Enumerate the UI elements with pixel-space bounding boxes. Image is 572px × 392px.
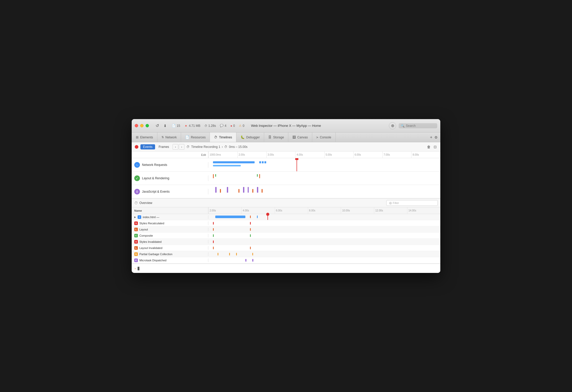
gc-tick-3: [236, 253, 237, 255]
canvas-icon: 🖼: [292, 135, 296, 139]
js-tick-3: [227, 187, 228, 193]
index-bar-1: [250, 216, 251, 218]
close-button[interactable]: [135, 124, 138, 127]
layout-inv-content: [208, 245, 440, 251]
next-arrow[interactable]: ›: [179, 144, 184, 150]
tab-timelines-label: Timelines: [219, 136, 232, 139]
download-button[interactable]: ⬇: [163, 123, 168, 129]
ruler-tick-4: 4.00s: [295, 152, 324, 158]
search-input[interactable]: [406, 124, 434, 128]
mt-tick-1: [245, 259, 246, 262]
nav-tab-actions: + ⚙: [427, 132, 440, 142]
network-row-content: [208, 158, 440, 171]
console-prompt-icon: ›: [134, 267, 136, 270]
timeline-icon: ⏱: [186, 145, 190, 149]
detail-row-styles-invalidated[interactable]: S Styles Invalidated: [132, 239, 440, 245]
maximize-button[interactable]: [146, 124, 149, 127]
empty-area: [132, 263, 440, 264]
prev-arrow[interactable]: ‹: [173, 144, 178, 150]
js-tick-9: [262, 189, 263, 193]
add-tab-button[interactable]: +: [430, 135, 433, 140]
timeline-label-col: Edit: [132, 152, 208, 158]
warning-icon: ⚠: [239, 124, 242, 127]
detail-playhead-dot: [266, 213, 269, 216]
index-bar-2: [257, 216, 258, 218]
styles-inv-name: S Styles Invalidated: [132, 240, 208, 244]
network-requests-label: ↑↓ Network Requests: [132, 162, 208, 168]
tab-debugger[interactable]: 🐛 Debugger: [236, 132, 264, 142]
trash-button[interactable]: 🗑: [426, 144, 431, 149]
detail-row-partial-gc[interactable]: G Partial Garbage Collection: [132, 251, 440, 257]
storage-icon: 🗄: [268, 135, 272, 139]
detail-row-composite[interactable]: C Composite: [132, 233, 440, 239]
tab-elements[interactable]: ⊞ Elements: [132, 132, 157, 142]
overview-icon: ⏱: [134, 201, 138, 205]
console-cursor: [138, 267, 139, 270]
js-events-label: {} JavaScript & Events: [132, 189, 208, 194]
time-stat: ⏱ 1.28s: [204, 124, 216, 128]
minimize-button[interactable]: [140, 124, 144, 127]
warnings-stat: ⚠ 0: [239, 124, 244, 128]
tab-console-label: Console: [320, 136, 331, 139]
size-icon: 🔺: [184, 124, 188, 127]
settings-button[interactable]: ⚙: [434, 135, 438, 140]
files-icon: 📄: [172, 124, 176, 128]
net-dot-3: [264, 161, 266, 163]
detail-table-header: Name 2.00s 4.00s 6.00s 8.00s 10.00s 12.0…: [132, 207, 440, 214]
js-events-row[interactable]: {} JavaScript & Events: [132, 185, 440, 198]
tab-console[interactable]: > Console: [312, 132, 336, 142]
recording-name: Timeline Recording 1: [191, 145, 220, 149]
styles-inv-label: Styles Invalidated: [139, 240, 162, 243]
ruler-tick-6: 6.00s: [353, 152, 382, 158]
ruler-tick-1: 1000.0ms: [208, 152, 237, 158]
detail-row-styles-recalculated[interactable]: S Styles Recalculated: [132, 220, 440, 226]
tab-network[interactable]: ⇅ Network: [157, 132, 181, 142]
composite-badge: C: [134, 234, 138, 237]
detail-row-layout[interactable]: L Layout: [132, 226, 440, 233]
search-box[interactable]: 🔍: [399, 123, 437, 128]
tab-canvas[interactable]: 🖼 Canvas: [288, 132, 312, 142]
composite-label: Composite: [139, 234, 153, 237]
edit-button[interactable]: Edit: [201, 153, 206, 156]
nav-arrows: ‹ ›: [173, 144, 184, 150]
js-tick-4: [238, 189, 239, 193]
resources-icon: 📄: [185, 135, 189, 139]
events-bar: Events Frames ‹ › ⏱ Timeline Recording 1…: [132, 142, 440, 152]
microtask-badge: E: [134, 259, 138, 262]
inspector-window: ↺ ⬇ 📄 15 🔺 4.71 MB ⏱ 1.28s 💬 4 ● 0: [132, 119, 440, 273]
refresh-button[interactable]: ↺: [155, 122, 160, 129]
layout-button[interactable]: ⊡: [433, 144, 437, 149]
detail-tick-2: 4.00s: [242, 207, 275, 214]
target-button[interactable]: ⊕: [389, 122, 396, 129]
layout-tick-2: [259, 174, 260, 178]
detail-row-index-html[interactable]: ▶ i index.html —: [132, 214, 440, 220]
tab-storage[interactable]: 🗄 Storage: [264, 132, 288, 142]
ruler-tick-3: 3.00s: [266, 152, 296, 158]
errors-stat: ● 0: [230, 124, 235, 128]
l-tick-1: [213, 228, 214, 231]
timelines-icon: ⏱: [214, 135, 217, 139]
frames-tab-button[interactable]: Frames: [157, 144, 171, 149]
window-title: Web Inspector — iPhone X — MyApp — Home: [251, 124, 321, 128]
tab-timelines[interactable]: ⏱ Timelines: [210, 132, 236, 142]
filter-button[interactable]: ◎ Filter: [386, 200, 438, 206]
microtask-label: Microtask Dispatched: [139, 259, 166, 262]
events-tab-button[interactable]: Events: [140, 144, 155, 149]
styles-recalc-name: S Styles Recalculated: [132, 221, 208, 225]
tab-resources[interactable]: 📄 Resources: [181, 132, 210, 142]
detail-row-layout-invalidated[interactable]: L Layout Invalidated: [132, 245, 440, 251]
styles-inv-content: [208, 239, 440, 245]
network-requests-row[interactable]: ↑↓ Network Requests: [132, 158, 440, 172]
console-bar: ›: [132, 264, 440, 273]
layout-rendering-row[interactable]: ✓ Layout & Rendering: [132, 172, 440, 185]
partial-gc-label: Partial Garbage Collection: [139, 253, 172, 256]
detail-row-microtask[interactable]: E Microtask Dispatched: [132, 257, 440, 263]
js-events-text: JavaScript & Events: [142, 190, 169, 193]
layout-label: Layout: [139, 228, 148, 231]
gc-tick-1: [218, 253, 218, 255]
detail-tick-4: 8.00s: [308, 207, 341, 214]
network-row-icon: ↑↓: [134, 162, 140, 168]
index-html-name: ▶ i index.html —: [132, 215, 208, 219]
c-tick-2: [250, 234, 251, 237]
microtask-content: [208, 257, 440, 263]
